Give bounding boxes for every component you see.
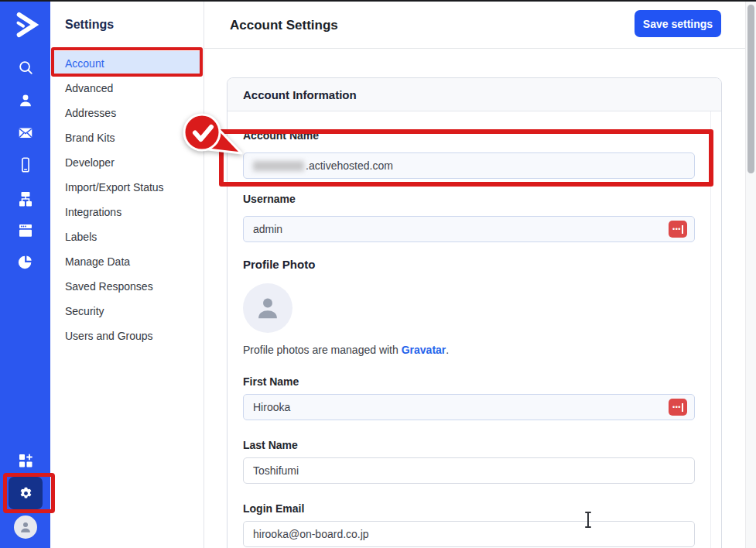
profile-photo-heading: Profile Photo [243, 258, 315, 271]
username-label: Username [243, 193, 296, 205]
sidebar-item-security[interactable]: Security [54, 299, 200, 324]
search-icon[interactable] [0, 59, 50, 76]
page-scrollbar-track[interactable] [745, 0, 756, 548]
sidebar-title: Settings [65, 18, 114, 32]
login-email-input[interactable]: hirooka@on-board.co.jp [243, 521, 695, 547]
username-input[interactable]: admin [243, 216, 695, 242]
last-name-input[interactable]: Toshifumi [243, 457, 695, 484]
settings-sidebar: Settings Account Advanced Addresses Bran… [50, 0, 204, 548]
account-name-label: Account Name [243, 129, 319, 142]
account-name-input[interactable]: .activehosted.com [243, 152, 695, 179]
sidebar-item-import-export[interactable]: Import/Export Status [54, 175, 200, 200]
page-scrollbar-thumb[interactable] [747, 5, 754, 173]
sidebar-item-users-and-groups[interactable]: Users and Groups [54, 324, 200, 348]
email-campaigns-icon[interactable] [0, 125, 50, 142]
sidebar-item-saved-responses[interactable]: Saved Responses [54, 274, 200, 299]
password-manager-icon[interactable] [669, 399, 687, 416]
last-name-label: Last Name [243, 439, 298, 451]
sidebar-item-developer[interactable]: Developer [54, 150, 200, 175]
page-title: Account Settings [230, 18, 338, 33]
first-name-value: Hirooka [253, 401, 290, 413]
gravatar-note-prefix: Profile photos are managed with [243, 344, 402, 356]
redacted-account-prefix [253, 161, 304, 171]
reports-icon[interactable] [0, 254, 50, 271]
username-value: admin [253, 223, 282, 235]
sidebar-item-manage-data[interactable]: Manage Data [54, 249, 200, 274]
sidebar-item-integrations[interactable]: Integrations [54, 200, 200, 224]
card-inner-scroll-track [710, 111, 718, 548]
sidebar-item-account[interactable]: Account [54, 51, 200, 76]
sidebar-item-addresses[interactable]: Addresses [54, 101, 200, 125]
save-settings-button[interactable]: Save settings [635, 10, 721, 37]
nav-rail [0, 0, 50, 548]
automations-icon[interactable] [0, 190, 50, 208]
profile-photo-avatar [243, 283, 292, 333]
contacts-icon[interactable] [0, 92, 50, 109]
login-email-label: Login Email [243, 502, 304, 515]
window-top-border [0, 0, 756, 2]
app-window: Settings Account Advanced Addresses Bran… [0, 0, 756, 548]
login-email-value: hirooka@on-board.co.jp [253, 528, 369, 540]
sidebar-item-brand-kits[interactable]: Brand Kits [54, 125, 200, 150]
password-manager-icon[interactable] [669, 221, 687, 238]
activecampaign-logo-icon[interactable] [0, 10, 50, 39]
user-avatar[interactable] [14, 515, 37, 539]
last-name-value: Toshifumi [253, 464, 299, 477]
sidebar-item-labels[interactable]: Labels [54, 224, 200, 249]
gravatar-link[interactable]: Gravatar [402, 344, 446, 356]
mobile-icon[interactable] [0, 156, 50, 173]
gravatar-note: Profile photos are managed with Gravatar… [243, 344, 449, 356]
settings-gear-icon[interactable] [9, 477, 43, 509]
sidebar-item-advanced[interactable]: Advanced [54, 76, 200, 101]
forms-icon[interactable] [0, 221, 50, 240]
first-name-input[interactable]: Hirooka [243, 394, 695, 420]
account-name-suffix: .activehosted.com [306, 159, 393, 172]
first-name-label: First Name [243, 375, 299, 388]
gravatar-note-suffix: . [446, 344, 449, 356]
apps-add-icon[interactable] [0, 451, 50, 471]
account-information-card: Account Information Account Name .active… [227, 77, 722, 548]
card-title: Account Information [227, 78, 721, 111]
